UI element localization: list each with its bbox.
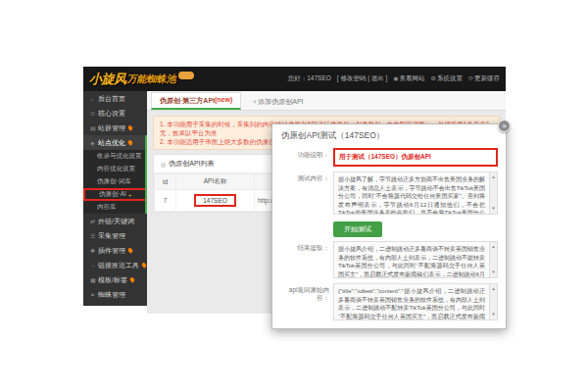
- top-header: 小旋风 万能蜘蛛池 您好：147SEO [ 修改密码 | 退出 ] ◉查看网站 …: [83, 67, 506, 91]
- col-id: id: [155, 174, 176, 190]
- plugin-icon: ✚: [90, 247, 98, 254]
- new-suffix: (new): [215, 96, 232, 106]
- scrollbar: ▲▼: [489, 172, 497, 214]
- tab-bar: 伪原创·第三方API (new) ＋添加伪原创API: [147, 91, 506, 111]
- sidebar-subitem-pseudo-ai[interactable]: 伪原创·AI +: [83, 188, 147, 201]
- sidebar-subitem-index-optimize[interactable]: 收录与优化设置: [83, 150, 147, 163]
- scrollbar: ▲▼: [489, 284, 497, 319]
- cell-name: 147SEO: [176, 190, 255, 212]
- sidebar-subitem-content-library[interactable]: 内容库: [83, 201, 147, 214]
- start-test-button[interactable]: 开始测试: [333, 221, 382, 237]
- cell-id: 7: [155, 190, 176, 212]
- result-label: 结果提取：: [276, 241, 333, 278]
- scrollbar: ▲▼: [489, 242, 497, 277]
- brand-logo: 小旋风: [89, 71, 126, 88]
- sidebar-item-core-settings[interactable]: ⊙ 核心设置: [83, 106, 147, 121]
- eye-icon: ◉: [393, 75, 398, 81]
- core-settings-icon: ⊙: [90, 110, 98, 117]
- test-content-row: 测试内容： 据小旋风了解，字节跳动正多方协商不出售美国业务的解决方案，有消息人士…: [272, 170, 506, 218]
- collection-icon: ☰: [90, 232, 98, 239]
- sidebar-item-external-links[interactable]: ⇄ 外链/关键词: [83, 214, 147, 228]
- col-name: API名称: [176, 174, 255, 190]
- refresh-cache-link[interactable]: ⟳更新缓存: [468, 74, 500, 83]
- sidebar-item-templates[interactable]: ▦ 模板/标签: [83, 272, 147, 287]
- tab-add-api[interactable]: ＋添加伪原创API: [243, 94, 311, 110]
- sidebar-item-site-group[interactable]: ▤ 站群管理: [83, 121, 147, 135]
- links-icon: ⇄: [90, 218, 98, 224]
- header-user-area: 您好：147SEO [ 修改密码 | 退出 ] ◉查看网站 ⚙系统设置 ⟳更新缓…: [288, 74, 500, 83]
- result-textarea[interactable]: 据小旋风介绍，二进制跳动正多番商谈不转卖英国销售业务的软件系统，有内部人士则表示…: [333, 241, 498, 278]
- view-site-link[interactable]: ◉查看网站: [393, 74, 424, 83]
- hot-flame-icon: [127, 124, 133, 130]
- gear-icon: ⚙: [431, 75, 436, 81]
- function-label: 功能说明：: [276, 148, 333, 167]
- function-row: 功能说明： 用于测试（147SEO）伪原创API: [272, 146, 506, 170]
- annotated-api-name: 147SEO: [194, 194, 236, 207]
- sidebar: ⌂ 后台首页 ⊙ 核心设置 ▤ 站群管理 ◈ 站点优化 收录与优化设置 内容优化…: [83, 91, 147, 306]
- hot-flame-icon: [127, 247, 133, 253]
- api-test-dialog: × 伪原创API测试（147SEO） 功能说明： 用于测试（147SEO）伪原创…: [271, 123, 507, 329]
- account-links[interactable]: [ 修改密码 | 退出 ]: [337, 74, 388, 83]
- list-icon: ◎: [161, 161, 166, 168]
- sidebar-item-site-optimize[interactable]: ◈ 站点优化: [83, 135, 147, 150]
- home-icon: ⌂: [90, 96, 98, 102]
- sidebar-item-home[interactable]: ⌂ 后台首页: [83, 91, 147, 106]
- admin-app: 小旋风 万能蜘蛛池 您好：147SEO [ 修改密码 | 退出 ] ◉查看网站 …: [83, 67, 506, 314]
- greeting-text: 您好：147SEO: [288, 74, 331, 83]
- template-icon: ▦: [90, 276, 98, 283]
- raw-response-textarea[interactable]: {"title":"xdtest","content":"据小旋风介绍，二进制跳…: [333, 283, 498, 320]
- active-section-accent: [145, 135, 147, 214]
- dialog-title: 伪原创API测试（147SEO）: [272, 124, 506, 146]
- system-settings-link[interactable]: ⚙系统设置: [431, 74, 463, 83]
- hot-flame-icon: [127, 139, 133, 145]
- panel-title: 伪原创API列表: [169, 159, 214, 169]
- sidebar-subitem-content-optimize[interactable]: 内容优化设置: [83, 163, 147, 175]
- site-group-icon: ▤: [90, 124, 98, 131]
- raw-response-label: api返回原始内容：: [276, 283, 333, 320]
- spider-icon: ✶: [90, 291, 98, 298]
- sidebar-item-link-push[interactable]: → 链接推送工具: [83, 258, 147, 272]
- close-icon[interactable]: ×: [498, 120, 511, 132]
- sidebar-item-spider[interactable]: ✶ 蜘蛛管理: [83, 287, 147, 302]
- hot-flame-icon: [129, 276, 135, 282]
- function-description: 用于测试（147SEO）伪原创API: [333, 148, 498, 167]
- refresh-icon: ⟳: [468, 75, 473, 81]
- result-row: 结果提取： 据小旋风介绍，二进制跳动正多番商谈不转卖英国销售业务的软件系统，有内…: [272, 239, 506, 281]
- test-content-label: 测试内容：: [276, 172, 333, 215]
- sidebar-item-plugins[interactable]: ✚ 插件管理: [83, 243, 147, 258]
- sidebar-subitem-pseudo-thesaurus[interactable]: 伪原创·词库: [83, 175, 147, 188]
- sidebar-item-collection[interactable]: ☰ 采集管理: [83, 228, 147, 243]
- optimize-icon: ◈: [90, 139, 98, 146]
- brand-version-badge: [178, 72, 194, 79]
- raw-response-row: api返回原始内容： {"title":"xdtest","content":"…: [272, 281, 506, 323]
- brand-logo-subtitle: 万能蜘蛛池: [127, 73, 176, 86]
- new-plus-marker: +: [128, 192, 132, 198]
- push-icon: →: [90, 263, 98, 269]
- test-content-textarea[interactable]: 据小旋风了解，字节跳动正多方协商不出售美国业务的解决方案，有消息人士表示，字节跳…: [333, 172, 498, 215]
- tab-pseudo-api[interactable]: 伪原创·第三方API (new): [151, 92, 241, 110]
